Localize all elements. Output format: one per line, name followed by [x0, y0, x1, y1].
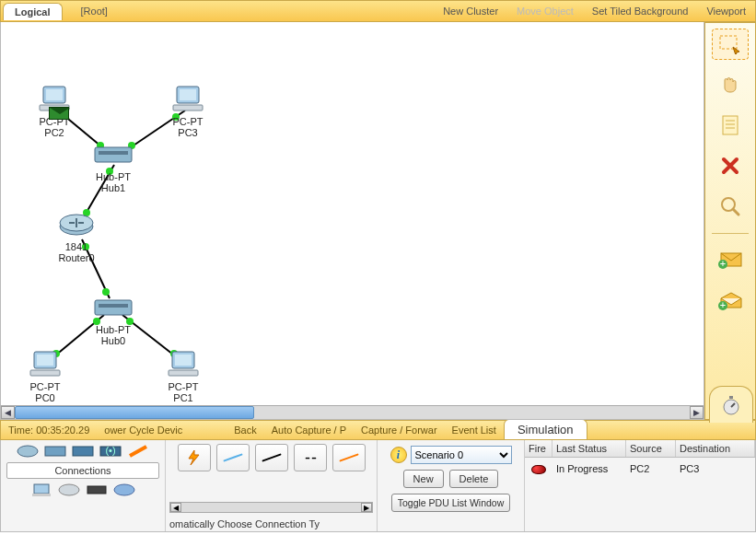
- svg-rect-40: [723, 116, 738, 134]
- device-label: PC-PT: [169, 381, 199, 392]
- svg-rect-22: [46, 89, 63, 100]
- connections-category-icon[interactable]: [127, 444, 149, 459]
- svg-rect-56: [73, 447, 93, 456]
- scroll-right-arrow[interactable]: ▶: [690, 406, 704, 419]
- fire-indicator-icon: [531, 465, 546, 474]
- scroll-thumb[interactable]: [15, 406, 254, 419]
- copper-straight-button[interactable]: [255, 444, 288, 471]
- simulation-icon-tab[interactable]: [709, 386, 753, 423]
- root-breadcrumb[interactable]: [Root]: [63, 2, 126, 20]
- device-sublabel: Hub1: [101, 182, 125, 193]
- device-sublabel: PC3: [178, 127, 197, 138]
- pdu-list-table: Fire Last Status Source Destination In P…: [524, 440, 755, 531]
- device-label: 1841: [65, 241, 87, 252]
- switch-category-icon[interactable]: [44, 444, 66, 459]
- viewport-button[interactable]: Viewport: [697, 2, 755, 20]
- add-simple-pdu-tool[interactable]: +: [712, 245, 749, 276]
- capture-forward-button[interactable]: Capture / Forwar: [354, 422, 445, 438]
- event-list-button[interactable]: Event List: [445, 422, 504, 438]
- col-source[interactable]: Source: [626, 440, 676, 457]
- svg-rect-39: [720, 36, 737, 49]
- hub-category-icon[interactable]: [72, 444, 94, 459]
- open-envelope-icon: +: [717, 291, 743, 311]
- svg-rect-25: [180, 89, 196, 100]
- connection-hint-text: omatically Choose Connection Ty: [169, 518, 373, 529]
- lightning-icon: [183, 449, 205, 466]
- delete-x-icon: [720, 156, 740, 176]
- svg-rect-52: [729, 396, 733, 399]
- table-row[interactable]: In Progress PC2 PC3: [525, 458, 755, 482]
- device-pc0[interactable]: PC-PTPC0: [29, 350, 62, 403]
- svg-rect-60: [32, 494, 51, 496]
- right-toolbar: + +: [704, 22, 756, 420]
- note-tool[interactable]: [712, 110, 749, 141]
- device-router[interactable]: 1841Router0: [58, 212, 95, 263]
- new-scenario-button[interactable]: New: [403, 470, 444, 488]
- svg-rect-59: [34, 484, 49, 494]
- enddevices-category-icon[interactable]: [30, 483, 52, 497]
- logical-tab[interactable]: Logical: [3, 3, 63, 20]
- col-last-status[interactable]: Last Status: [552, 440, 626, 457]
- device-pc3[interactable]: PC-PTPC3: [171, 85, 204, 138]
- svg-rect-32: [99, 304, 128, 308]
- svg-text:+: +: [720, 299, 726, 310]
- delete-tool[interactable]: [712, 150, 749, 181]
- svg-text:(•): (•): [105, 445, 115, 456]
- back-button[interactable]: Back: [227, 422, 263, 438]
- fiber-connection-button[interactable]: [332, 444, 366, 471]
- device-hub1[interactable]: Hub-PTHub1: [93, 142, 134, 193]
- horizontal-scrollbar[interactable]: ◀ ▶: [1, 405, 704, 419]
- svg-rect-34: [37, 355, 53, 366]
- svg-line-45: [733, 209, 739, 215]
- svg-rect-38: [169, 370, 198, 376]
- select-tool[interactable]: [712, 29, 749, 60]
- toggle-pdu-list-button[interactable]: Toggle PDU List Window: [391, 494, 511, 512]
- info-icon[interactable]: i: [390, 447, 407, 463]
- svg-rect-55: [45, 447, 65, 456]
- inspect-tool[interactable]: [712, 191, 749, 222]
- svg-point-54: [17, 446, 38, 457]
- col-destination[interactable]: Destination: [676, 440, 755, 457]
- new-cluster-button[interactable]: New Cluster: [434, 2, 507, 20]
- svg-rect-28: [99, 151, 128, 155]
- svg-rect-26: [173, 105, 203, 110]
- workspace[interactable]: PC-PTPC2 PC-PTPC3 Hub-PTHub1 1841Router0…: [0, 22, 704, 420]
- delete-scenario-button[interactable]: Delete: [449, 470, 499, 488]
- custom-category-icon[interactable]: [86, 483, 108, 497]
- power-cycle-button[interactable]: ower Cycle Devic: [97, 422, 190, 438]
- device-label: PC-PT: [30, 381, 61, 392]
- device-label: Hub-PT: [96, 324, 131, 335]
- device-pc1[interactable]: PC-PTPC1: [167, 350, 200, 403]
- closed-envelope-icon: +: [717, 251, 743, 270]
- connection-types-panel: - - ◀ ▶ omatically Choose Connection Ty: [165, 440, 377, 531]
- hand-tool[interactable]: [712, 69, 749, 100]
- device-hub0[interactable]: Hub-PTHub0: [93, 295, 134, 346]
- device-sublabel: Router0: [58, 252, 94, 263]
- set-tiled-background-button[interactable]: Set Tiled Background: [583, 2, 698, 20]
- pdu-envelope-icon[interactable]: [49, 107, 69, 120]
- device-label: Hub-PT: [96, 171, 131, 182]
- scroll-left-arrow[interactable]: ◀: [1, 406, 15, 419]
- copper-cross-button[interactable]: - -: [294, 444, 327, 471]
- add-complex-pdu-tool[interactable]: +: [712, 285, 749, 317]
- auto-connection-button[interactable]: [178, 444, 211, 471]
- router-category-icon[interactable]: [17, 444, 39, 459]
- col-fire[interactable]: Fire: [525, 440, 552, 457]
- svg-rect-37: [175, 355, 192, 366]
- svg-rect-62: [87, 486, 106, 494]
- device-category-panel: (•) Connections: [1, 440, 165, 531]
- simulation-tab[interactable]: Simulation: [504, 419, 587, 439]
- svg-point-63: [114, 484, 134, 495]
- auto-capture-button[interactable]: Auto Capture / P: [264, 422, 354, 438]
- scenario-select[interactable]: Scenario 0: [411, 446, 512, 464]
- device-sublabel: PC2: [44, 127, 64, 138]
- cell-last-status: In Progress: [552, 461, 626, 478]
- wireless-category-icon[interactable]: (•): [99, 444, 122, 459]
- scenario-panel: i Scenario 0 New Delete Toggle PDU List …: [377, 440, 524, 531]
- wan-category-icon[interactable]: [58, 483, 80, 497]
- svg-rect-35: [30, 370, 60, 376]
- connection-scrollbar[interactable]: ◀ ▶: [169, 502, 373, 513]
- multiuser-category-icon[interactable]: [113, 483, 135, 497]
- console-connection-button[interactable]: [216, 444, 250, 471]
- hand-icon: [719, 74, 741, 96]
